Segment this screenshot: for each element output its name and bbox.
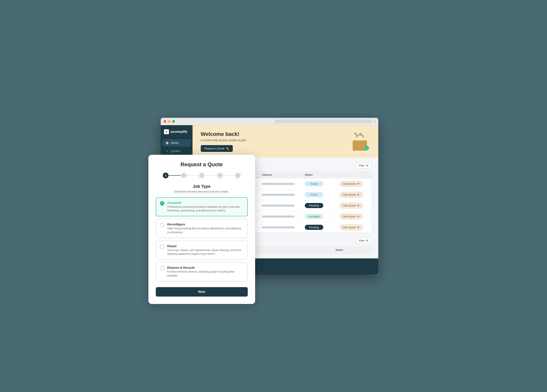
logo-icon: a [164,129,169,134]
filter-button-top[interactable]: Filter ⚙ [356,163,372,168]
checkmark-icon: ✓ [364,146,369,150]
status-badge-active: Active [305,181,323,186]
step-1-label: 1 [165,174,166,177]
filter-label-jobs: Filter [359,239,365,242]
cell-action: View Quote 👁 [340,203,369,208]
cell-address [262,183,303,185]
radio-assemble[interactable] [160,201,164,206]
home-icon: 🏠 [166,141,169,144]
cell-status: Accepted [305,214,338,219]
step-line-4 [223,175,235,176]
edit-icon: ✏️ [226,147,229,150]
cell-action: View Quote 👁 [340,225,369,230]
filter-icon-jobs: ⚙ [366,239,369,242]
cell-address [262,226,303,228]
modal-section-subtitle: Select the services that best suit your … [156,190,248,193]
service-card-reconfigure[interactable]: Reconfigure Help moving existing items f… [156,219,248,238]
service-reconfigure-title: Reconfigure [167,222,244,226]
step-3: 3 [199,173,205,178]
welcome-banner: Welcome back! A current look at your quo… [192,125,378,158]
cell-status: Pending [305,203,338,208]
step-5-label: 5 [237,174,239,177]
col-status: Status [305,173,338,176]
toolbox-handle [356,135,364,138]
view-quote-button[interactable]: View Quote 👁 [340,214,363,219]
radio-reconfigure[interactable] [160,223,164,227]
maximize-dot[interactable] [172,120,175,123]
minimize-dot[interactable] [168,120,171,123]
step-2: 2 [181,173,187,178]
cell-status: Pending [305,225,338,230]
service-assemble-title: Assemble [167,201,244,204]
cell-status: Active [305,192,338,197]
cell-action: View Quote 👁 [340,192,369,198]
radio-dispose[interactable] [160,266,164,270]
view-quote-label: View Quote [343,215,356,218]
filter-button-jobs[interactable]: Filter ⚙ [356,238,372,244]
step-line-3 [205,175,217,176]
col-action [340,173,369,176]
view-quote-label: View Quote [343,182,356,185]
service-dispose-desc: Furniture removal services, including pr… [167,270,244,278]
toolbox-illustration: 🔧🔨 ✓ [349,132,370,151]
logo: a assemplify [161,129,192,139]
sidebar-item-quotes[interactable]: ✓ Quotes [162,147,191,155]
status-badge-pending: Pending [305,203,323,208]
close-dot[interactable] [164,120,166,123]
service-repair-text: Repair Touch-ups, repairs, part replacem… [167,244,244,256]
step-1: 1 [163,173,169,178]
service-card-assemble[interactable]: Assemble Professional commercial furnitu… [156,197,248,217]
view-quote-label: View Quote [343,193,356,196]
eye-icon: 👁 [357,204,360,207]
eye-icon: 👁 [357,226,360,229]
step-line-2 [187,175,199,176]
service-dispose-text: Dispose & Recycle Furniture removal serv… [167,266,244,278]
service-card-repair[interactable]: Repair Touch-ups, repairs, part replacem… [156,241,248,260]
quotes-icon: ✓ [166,149,169,153]
sidebar-item-home[interactable]: 🏠 Home [162,139,191,146]
view-quote-button[interactable]: View Quote 👁 [340,192,363,198]
service-reconfigure-desc: Help moving existing items for layout ad… [167,227,244,234]
view-quote-button[interactable]: View Quote 👁 [340,203,363,208]
welcome-text: Welcome back! A current look at your quo… [201,131,246,152]
step-2-label: 2 [183,174,184,177]
cell-action: View Quote 👁 [340,181,369,187]
view-quote-button[interactable]: View Quote 👁 [340,181,363,187]
status-badge-pending: Pending [305,225,323,230]
welcome-subtitle: A current look at your quotes & jobs [201,138,246,142]
service-card-dispose[interactable]: Dispose & Recycle Furniture removal serv… [156,262,248,281]
eye-icon: 👁 [357,215,360,218]
status-badge-active: Active [305,192,323,197]
welcome-title: Welcome back! [201,131,246,137]
modal-section-title: Job Type [156,184,248,189]
sidebar-item-label-home: Home [171,141,178,144]
sidebar-item-label-quotes: Quotes [171,149,180,153]
service-dispose-title: Dispose & Recycle [167,266,244,269]
col-address: Address [262,173,303,176]
view-quote-button[interactable]: View Quote 👁 [340,225,363,230]
service-repair-title: Repair [167,244,244,248]
service-reconfigure-text: Reconfigure Help moving existing items f… [167,222,244,234]
eye-icon: 👁 [357,182,360,185]
address-bar[interactable] [275,119,372,123]
cell-action: View Quote 👁 [340,214,369,219]
cell-address [262,205,303,207]
service-assemble-desc: Professional commercial furniture instal… [167,205,244,213]
step-line-1 [169,175,181,176]
next-button[interactable]: Next [156,287,248,296]
modal-title: Request a Quote [156,161,248,168]
step-4: 4 [217,173,223,178]
radio-repair[interactable] [160,244,164,249]
view-quote-label: View Quote [343,226,356,229]
step-3-label: 3 [201,174,202,177]
eye-icon: 👁 [357,193,360,196]
step-5: 5 [235,173,241,178]
browser-titlebar: ▾ [161,118,378,125]
status-badge-accepted: Accepted [305,214,323,219]
filter-icon-top: ⚙ [366,164,369,167]
jobs-col-status: Status [335,248,369,251]
logo-text: assemplify [171,130,188,134]
progress-steps: 1 2 3 4 5 [156,173,248,178]
request-quote-button[interactable]: Request a Quote ✏️ [201,145,233,152]
request-quote-modal: Request a Quote 1 2 3 4 5 Job Type Se [148,155,255,304]
